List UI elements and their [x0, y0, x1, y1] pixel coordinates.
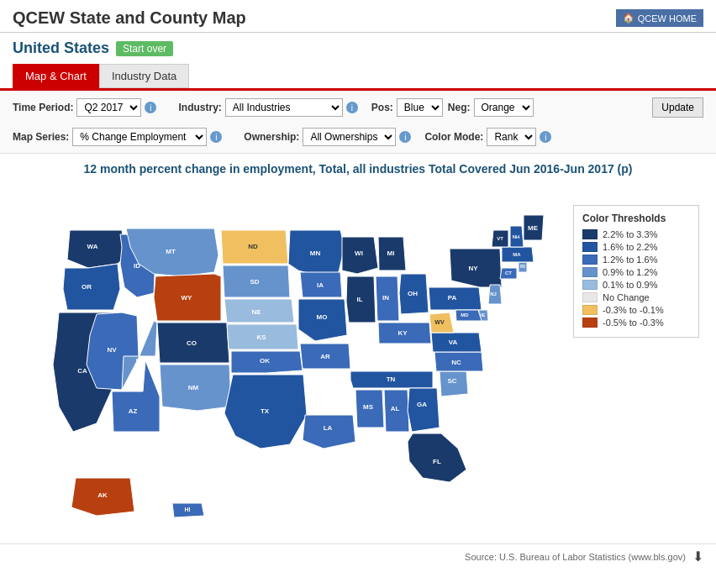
state-MA[interactable] [502, 247, 534, 262]
color-legend: Color Thresholds 2.2% to 3.3% 1.6% to 2.… [573, 205, 699, 338]
legend-label-6: -0.3% to -0.1% [603, 305, 664, 315]
color-mode-label: Color Mode: [424, 131, 483, 143]
neg-select[interactable]: Orange [474, 98, 534, 117]
state-NY[interactable] [450, 249, 502, 287]
legend-color-5 [582, 292, 598, 302]
controls-panel: Time Period: Q2 2017 i Industry: All Ind… [0, 91, 716, 154]
state-FL[interactable] [408, 433, 466, 482]
state-OR[interactable] [63, 264, 120, 310]
state-MN[interactable] [288, 230, 345, 276]
map-chart-title: 12 month percent change in employment, T… [0, 154, 716, 180]
tab-bar: Map & Chart Industry Data [0, 64, 716, 91]
state-TN[interactable] [350, 371, 433, 388]
state-SD[interactable] [223, 265, 290, 297]
legend-label-0: 2.2% to 3.3% [603, 229, 657, 239]
state-CO[interactable] [157, 323, 229, 363]
state-IN[interactable] [376, 276, 399, 321]
color-mode-info-icon[interactable]: i [540, 131, 551, 143]
state-NE[interactable] [224, 299, 294, 323]
state-OH[interactable] [399, 274, 429, 314]
page-footer: Source: U.S. Bureau of Labor Statistics … [0, 543, 716, 569]
legend-label-3: 0.9% to 1.2% [603, 267, 657, 277]
state-NC[interactable] [434, 352, 483, 371]
state-IA[interactable] [300, 272, 342, 297]
time-period-select[interactable]: Q2 2017 [76, 98, 141, 117]
state-AR[interactable] [300, 344, 350, 369]
source-text: Source: U.S. Bureau of Labor Statistics … [465, 552, 686, 562]
state-WA[interactable] [67, 230, 126, 268]
tab-map-chart[interactable]: Map & Chart [13, 64, 99, 88]
industry-label: Industry: [178, 102, 221, 113]
ownership-label: Ownership: [244, 131, 299, 143]
page-header: QCEW State and County Map 🏠 QCEW HOME [0, 0, 716, 33]
legend-items: 2.2% to 3.3% 1.6% to 2.2% 1.2% to 1.6% 0… [582, 229, 690, 328]
state-VT[interactable] [492, 230, 508, 247]
time-period-label: Time Period: [13, 102, 73, 113]
state-WI[interactable] [342, 237, 378, 274]
map-series-info-icon[interactable]: i [210, 131, 222, 143]
state-AK[interactable] [71, 478, 134, 516]
state-PA[interactable] [429, 287, 482, 310]
legend-item-1: 1.6% to 2.2% [582, 242, 690, 252]
pos-label: Pos: [371, 102, 393, 113]
tab-industry-data[interactable]: Industry Data [99, 64, 189, 88]
ownership-select[interactable]: All Ownerships [303, 128, 396, 146]
legend-color-6 [582, 305, 598, 315]
legend-color-0 [582, 229, 598, 239]
state-HI[interactable] [172, 503, 204, 517]
state-GA[interactable] [408, 388, 440, 432]
map-container: WA OR CA ID NV MT WY UT AZ CO [0, 180, 716, 543]
home-icon: 🏠 [623, 13, 634, 24]
legend-title: Color Thresholds [582, 213, 690, 224]
page-title: QCEW State and County Map [13, 8, 246, 28]
legend-label-7: -0.5% to -0.3% [603, 318, 664, 328]
state-WV[interactable] [429, 312, 454, 333]
state-ND[interactable] [221, 230, 288, 264]
update-button[interactable]: Update [652, 97, 703, 118]
legend-color-2 [582, 255, 598, 265]
state-CT[interactable] [500, 268, 517, 279]
state-NM[interactable] [160, 365, 231, 411]
state-AL[interactable] [384, 390, 409, 432]
state-MO[interactable] [298, 299, 347, 341]
state-VA[interactable] [431, 333, 482, 352]
state-WY[interactable] [154, 274, 221, 321]
legend-item-4: 0.1% to 0.9% [582, 280, 690, 290]
state-NV[interactable] [87, 312, 139, 390]
state-ME[interactable] [524, 215, 544, 240]
state-NJ[interactable] [488, 285, 502, 304]
state-OK[interactable] [231, 351, 303, 373]
state-IL[interactable] [346, 276, 376, 323]
industry-select[interactable]: All Industries [225, 98, 343, 117]
legend-item-0: 2.2% to 3.3% [582, 229, 690, 239]
state-NH[interactable] [510, 226, 524, 247]
state-KS[interactable] [227, 324, 298, 349]
qcew-home-button[interactable]: 🏠 QCEW HOME [616, 9, 703, 27]
time-period-info-icon[interactable]: i [145, 102, 156, 113]
legend-label-2: 1.2% to 1.6% [603, 255, 657, 265]
state-MI[interactable] [378, 237, 406, 270]
legend-item-2: 1.2% to 1.6% [582, 255, 690, 265]
industry-info-icon[interactable]: i [346, 102, 358, 113]
legend-label-1: 1.6% to 2.2% [603, 242, 657, 252]
pos-select[interactable]: Blue [397, 98, 443, 117]
state-MS[interactable] [355, 390, 384, 428]
location-title: United States [13, 39, 109, 57]
map-series-select[interactable]: % Change Employment [72, 128, 207, 146]
legend-color-4 [582, 280, 598, 290]
ownership-info-icon[interactable]: i [399, 131, 411, 143]
legend-item-6: -0.3% to -0.1% [582, 305, 690, 315]
map-series-label: Map Series: [13, 131, 69, 143]
legend-label-5: No Change [603, 292, 650, 302]
legend-color-7 [582, 318, 598, 328]
legend-item-5: No Change [582, 292, 690, 302]
color-mode-select[interactable]: Rank [487, 128, 536, 146]
state-RI[interactable] [519, 262, 527, 272]
state-TX[interactable] [224, 375, 307, 449]
state-LA[interactable] [303, 415, 355, 449]
start-over-button[interactable]: Start over [116, 41, 173, 56]
state-SC[interactable] [440, 371, 468, 396]
state-KY[interactable] [378, 323, 431, 344]
state-MD[interactable] [455, 310, 482, 321]
download-icon[interactable]: ⬇ [692, 549, 703, 564]
